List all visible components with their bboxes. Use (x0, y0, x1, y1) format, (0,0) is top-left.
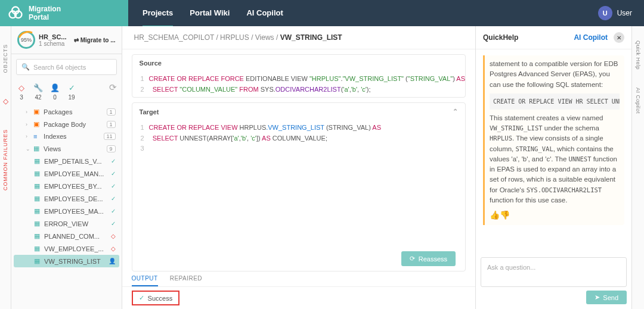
ask-input[interactable]: Ask a question... (481, 257, 627, 287)
reload-icon: ⟳ (410, 255, 415, 263)
error-icon: ◇ (111, 233, 116, 239)
chat-response: statement to a compatible version for ED… (483, 55, 624, 225)
diamond-icon: ◇ (3, 97, 8, 105)
logo-area: MigrationPortal (0, 0, 128, 26)
stat-wrench-icon: 🔧 (33, 82, 44, 93)
project-schemas: 1 schema (39, 40, 66, 47)
tree-view-item[interactable]: ▦EMPLOYEES_BY...✓ (14, 180, 119, 192)
tree-view-item-selected[interactable]: ▦VW_STRING_LIST👤 (14, 255, 119, 267)
view-icon: ▦ (34, 207, 41, 215)
stat-user-icon: 👤 (49, 82, 60, 93)
packagebody-icon: ▣ (33, 120, 41, 128)
avatar[interactable]: U (598, 6, 612, 20)
tree-view-item[interactable]: ▦ERROR_VIEW✓ (14, 217, 119, 230)
crumb-sep: / (216, 33, 218, 42)
tree-label: EMPLOYEES_BY... (44, 183, 101, 190)
refresh-icon[interactable]: ⟳ (109, 82, 117, 93)
search-placeholder: Search 64 objects (33, 64, 86, 71)
success-message: ✓Success (132, 291, 180, 305)
rail-failures[interactable]: COMMON FAILURES (2, 129, 8, 191)
crumb-sep: / (251, 33, 253, 42)
check-icon: ✓ (111, 183, 116, 189)
stat-c: 0 (53, 94, 57, 101)
package-icon: ▣ (33, 108, 41, 116)
tab-output[interactable]: OUTPUT (132, 271, 158, 286)
success-check-icon: ✓ (139, 294, 144, 302)
tree-label: Views (44, 145, 61, 152)
feedback-thumbs[interactable]: 👍👎 (490, 209, 620, 221)
chat-p2: This statement creates a view named VW_S… (490, 113, 620, 205)
tree-count: 9 (107, 145, 116, 152)
tab-repaired[interactable]: REPAIRED (170, 271, 202, 286)
migrate-icon: ⇄ (74, 37, 79, 43)
index-icon: ≡ (33, 133, 41, 140)
app-name-1: Migration (29, 5, 61, 13)
aicopilot-tab[interactable]: AI Copilot (574, 33, 608, 42)
view-icon: ▦ (34, 170, 41, 177)
view-icon: ▦ (34, 157, 41, 165)
source-code: 1CREATE OR REPLACE FORCE EDITIONABLE VIE… (132, 71, 465, 97)
crumb-d: VW_STRING_LIST (280, 33, 342, 42)
tree-count: 1 (107, 108, 116, 116)
stat-error-icon: ◇ (16, 82, 27, 93)
project-name: HR_SC... (39, 33, 66, 40)
migrate-button[interactable]: ⇄Migrate to ... (74, 37, 116, 43)
tree-packages[interactable]: ›▣Packages1 (14, 105, 119, 118)
success-label: Success (148, 295, 173, 302)
tree-label: EMPLOYEES_DE... (44, 195, 103, 202)
tree-label: EMP_DETAILS_V... (44, 158, 102, 165)
migrate-label: Migrate to ... (80, 37, 116, 43)
search-icon: 🔍 (21, 63, 30, 71)
reassess-label: Reassess (419, 255, 447, 263)
source-title: Source (140, 60, 162, 67)
tree-label: Package Body (44, 121, 86, 128)
nav-copilot[interactable]: AI Copilot (246, 0, 283, 27)
tree-view-item[interactable]: ▦PLANNED_COM...◇ (14, 230, 119, 242)
crumb-a[interactable]: HR_SCHEMA_COPILOT (134, 33, 214, 42)
tree-view-item[interactable]: ▦EMPLOYEES_MA...✓ (14, 205, 119, 217)
target-code[interactable]: 1CREATE OR REPLACE VIEW HRPLUS.VW_STRING… (132, 120, 465, 246)
stat-a: 3 (20, 94, 23, 101)
stat-b: 42 (35, 94, 42, 101)
view-icon: ▦ (34, 182, 41, 190)
send-button[interactable]: ➤Send (586, 291, 627, 304)
quickhelp-title: QuickHelp (483, 33, 518, 42)
tree-indexes[interactable]: ›≡Indexes11 (14, 130, 119, 142)
nav-projects[interactable]: Projects (143, 0, 173, 27)
chevron-up-icon[interactable]: ⌃ (453, 108, 458, 116)
tree-view-item[interactable]: ▦EMPLOYEES_DE...✓ (14, 192, 119, 205)
rail-objects[interactable]: OBJECTS (2, 44, 8, 73)
view-icon: ▦ (34, 257, 41, 265)
tree-label: EMPLOYEE_MAN... (44, 170, 104, 177)
crumb-sep: / (276, 33, 278, 42)
tree-view-item[interactable]: ▦EMP_DETAILS_V...✓ (14, 155, 119, 167)
check-icon: ✓ (111, 170, 116, 177)
close-icon[interactable]: ✕ (614, 32, 624, 43)
crumb-b[interactable]: HRPLUS (220, 33, 249, 42)
user-check-icon: 👤 (109, 258, 116, 264)
view-icon: ▦ (34, 245, 41, 252)
tree-view-item[interactable]: ▦EMPLOYEE_MAN...✓ (14, 167, 119, 180)
views-icon: ▦ (33, 145, 41, 152)
search-input[interactable]: 🔍Search 64 objects (16, 59, 117, 75)
nav-wiki[interactable]: Portal Wiki (190, 0, 230, 27)
error-icon: ◇ (111, 245, 116, 252)
tree-label: VW_STRING_LIST (44, 258, 101, 265)
rail-quickhelp[interactable]: Quick Help (635, 40, 641, 70)
rail-aicopilot[interactable]: AI Copilot (635, 88, 641, 114)
breadcrumb: HR_SCHEMA_COPILOT / HRPLUS / Views / VW_… (122, 26, 475, 49)
check-icon: ✓ (111, 158, 116, 164)
check-icon: ✓ (111, 195, 116, 202)
stat-check-icon: ✓ (66, 82, 77, 93)
chat-p1: statement to a compatible version for ED… (490, 59, 620, 90)
progress-gauge: 95% (17, 31, 35, 49)
chat-code: CREATE OR REPLACE VIEW HR SELECT UNNEST(… (490, 93, 620, 110)
crumb-c[interactable]: Views (255, 33, 274, 42)
tree-view-item[interactable]: ▦VW_EMPLOYEE_...◇ (14, 242, 119, 255)
tree-label: VW_EMPLOYEE_... (44, 245, 104, 252)
target-title: Target (140, 108, 159, 116)
tree-views[interactable]: ⌄▦Views9 (14, 142, 119, 155)
reassess-button[interactable]: ⟳Reassess (401, 251, 456, 266)
tree-packagebody[interactable]: ›▣Package Body1 (14, 118, 119, 130)
app-name-2: Portal (29, 13, 61, 21)
